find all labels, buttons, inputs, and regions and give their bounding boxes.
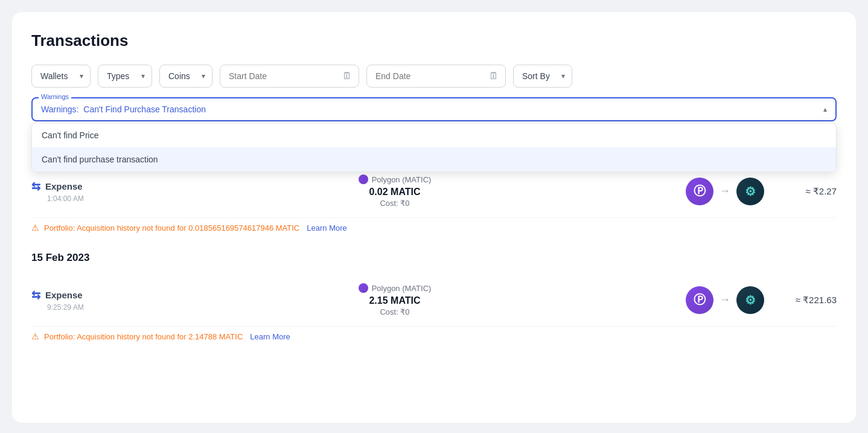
tx-type-text-2: Expense xyxy=(45,290,83,300)
tx-time-1: 1:04:00 AM xyxy=(47,194,104,203)
start-date-input[interactable] xyxy=(220,65,359,88)
warning-triangle-icon-1: ⚠ xyxy=(31,223,39,233)
warning-text-1: Portfolio: Acquisition history not found… xyxy=(44,223,299,233)
polygon-network-icon-1 xyxy=(359,175,368,184)
expense-icon-1: ⇆ xyxy=(31,180,40,193)
coins-select-wrapper: Coins xyxy=(159,65,212,88)
warnings-dropdown: Can't find Price Can't find purchase tra… xyxy=(31,123,837,172)
tx-type-text-1: Expense xyxy=(45,181,83,191)
tx-value-col-1: ≈ ₹2.27 xyxy=(776,186,837,197)
warning-text-2: Portfolio: Acquisition history not found… xyxy=(44,332,243,341)
warnings-float-label: Warnings xyxy=(39,93,71,100)
warnings-selected-value: Can't Find Purchase Transaction xyxy=(83,104,206,114)
table-row: ⇆ Expense 1:04:00 AM Polygon (MATIC) 0.0… xyxy=(31,165,837,218)
filters-row: Wallets Types Coins 🗓 🗓 So xyxy=(31,65,837,88)
tx-arrows-col-1: Ⓟ → ⚙ xyxy=(686,178,764,205)
warning-triangle-icon-2: ⚠ xyxy=(31,332,39,341)
end-date-input[interactable] xyxy=(366,65,506,88)
target-symbol-1: ⚙ xyxy=(745,184,756,199)
tx-type-col-1: ⇆ Expense 1:04:00 AM xyxy=(31,180,104,203)
learn-more-link-2[interactable]: Learn More xyxy=(250,332,290,341)
types-select-wrapper: Types xyxy=(98,65,152,88)
date-header-2: 15 Feb 2023 xyxy=(31,240,837,274)
tx-time-2: 9:25:29 AM xyxy=(47,303,104,312)
tx-type-label-1: ⇆ Expense xyxy=(31,180,104,193)
arrow-right-icon-2: → xyxy=(720,293,730,306)
dropdown-item-cant-find-price[interactable]: Can't find Price xyxy=(32,123,836,147)
start-date-wrapper: 🗓 xyxy=(220,65,359,88)
learn-more-link-1[interactable]: Learn More xyxy=(307,223,346,233)
expense-icon-2: ⇆ xyxy=(31,289,40,302)
coin-network-name-2: Polygon (MATIC) xyxy=(372,284,432,293)
target-avatar-2: ⚙ xyxy=(736,286,764,314)
sort-by-select[interactable]: Sort By xyxy=(513,65,572,88)
warning-row-1: ⚠ Portfolio: Acquisition history not fou… xyxy=(31,218,837,240)
warnings-trigger-text: Warnings: Can't Find Purchase Transactio… xyxy=(41,104,206,114)
warnings-prefix: Warnings: xyxy=(41,104,79,114)
matic-avatar-2: Ⓟ xyxy=(686,286,713,314)
tx-arrows-col-2: Ⓟ → ⚙ xyxy=(686,286,764,314)
coin-cost-2: Cost: ₹0 xyxy=(116,307,674,316)
matic-symbol-1: Ⓟ xyxy=(694,183,706,199)
target-avatar-1: ⚙ xyxy=(736,178,764,205)
coin-amount-1: 0.02 MATIC xyxy=(116,187,674,197)
table-row: ⇆ Expense 9:25:29 AM Polygon (MATIC) 2.1… xyxy=(31,274,837,327)
coin-cost-1: Cost: ₹0 xyxy=(116,199,674,208)
tx-coin-col-1: Polygon (MATIC) 0.02 MATIC Cost: ₹0 xyxy=(116,175,674,208)
app-container: Transactions Wallets Types Coins 🗓 xyxy=(12,12,856,423)
coin-network-name-1: Polygon (MATIC) xyxy=(372,175,432,184)
tx-coin-col-2: Polygon (MATIC) 2.15 MATIC Cost: ₹0 xyxy=(116,283,674,316)
tx-type-col-2: ⇆ Expense 9:25:29 AM xyxy=(31,289,104,312)
types-select[interactable]: Types xyxy=(98,65,152,88)
coins-select[interactable]: Coins xyxy=(159,65,212,88)
tx-value-col-2: ≈ ₹221.63 xyxy=(776,295,837,306)
warning-row-2: ⚠ Portfolio: Acquisition history not fou… xyxy=(31,327,837,348)
coin-amount-2: 2.15 MATIC xyxy=(116,295,674,306)
matic-symbol-2: Ⓟ xyxy=(694,292,706,308)
wallets-select-wrapper: Wallets xyxy=(31,65,91,88)
chevron-up-icon: ▴ xyxy=(823,105,827,114)
sort-by-select-wrapper: Sort By xyxy=(513,65,572,88)
tx-type-label-2: ⇆ Expense xyxy=(31,289,104,302)
coin-network-1: Polygon (MATIC) xyxy=(116,175,674,184)
date-group-2: 15 Feb 2023 ⇆ Expense 9:25:29 AM Polygon… xyxy=(31,240,837,348)
coin-network-2: Polygon (MATIC) xyxy=(116,283,674,293)
matic-avatar-1: Ⓟ xyxy=(686,178,713,205)
wallets-select[interactable]: Wallets xyxy=(31,65,91,88)
page-title: Transactions xyxy=(31,31,837,50)
end-date-wrapper: 🗓 xyxy=(366,65,506,88)
dropdown-item-cant-find-purchase[interactable]: Can't find purchase transaction xyxy=(32,147,836,172)
target-symbol-2: ⚙ xyxy=(745,293,756,307)
polygon-network-icon-2 xyxy=(359,283,368,293)
warnings-dropdown-container: Warnings Warnings: Can't Find Purchase T… xyxy=(31,97,837,121)
arrow-right-icon-1: → xyxy=(720,185,730,197)
warnings-trigger[interactable]: Warnings Warnings: Can't Find Purchase T… xyxy=(31,97,837,121)
